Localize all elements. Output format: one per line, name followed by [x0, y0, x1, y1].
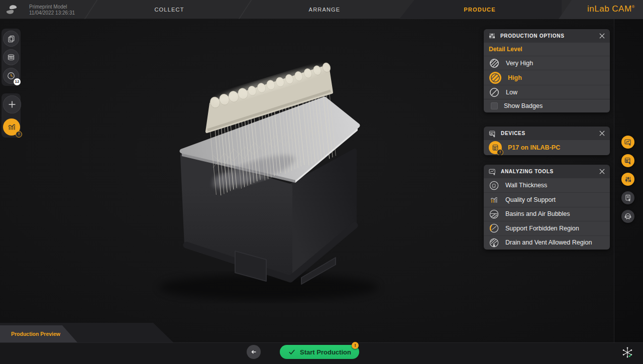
close-icon[interactable]	[598, 168, 605, 175]
check-icon	[288, 348, 296, 356]
device-alert-badge: !	[497, 149, 503, 155]
start-production-alert-badge: !	[352, 342, 359, 349]
view-3d-button[interactable]	[621, 210, 634, 223]
document-cursor-icon	[624, 194, 632, 202]
sliders-icon	[488, 32, 496, 40]
bottom-bar: Start Production !	[0, 342, 643, 364]
left-toolbar-views: 12	[2, 29, 21, 86]
show-badges-checkbox[interactable]	[491, 102, 498, 109]
production-options-body: Detail Level Very High	[484, 43, 610, 112]
close-icon[interactable]	[598, 130, 605, 137]
panel-title: ANALYZING TOOLS	[501, 169, 594, 174]
history-button[interactable]: 12	[3, 68, 19, 84]
production-options-panel: PRODUCTION OPTIONS Detail Level Very Hig…	[484, 29, 610, 112]
add-object-button[interactable]	[3, 95, 21, 113]
snowflake-icon	[621, 346, 634, 359]
printer-device-icon: !	[489, 141, 502, 154]
show-badges-row[interactable]: Show Badges	[484, 99, 610, 112]
panel-title: DEVICES	[501, 131, 594, 136]
project-info: Primeprint Model 11/04/2022 13:26:31	[29, 4, 75, 16]
history-count-badge: 12	[14, 78, 21, 85]
wall-thickness-icon	[489, 180, 499, 191]
device-row[interactable]: ! P17 on INLAB-PC	[484, 140, 610, 155]
material-cooling-button[interactable]	[621, 346, 634, 359]
analyzing-tools-panel: ANALYZING TOOLS Wall Thickness Quality	[484, 165, 610, 250]
device-label: P17 on INLAB-PC	[508, 144, 560, 151]
back-button[interactable]	[247, 345, 261, 359]
basins-air-bubbles-icon	[489, 209, 499, 219]
tool-support-forbidden-region[interactable]: Support Forbidden Region	[484, 221, 610, 235]
analyzing-tools-toggle-button[interactable]	[621, 136, 634, 149]
tool-quality-of-support[interactable]: Quality of Support	[484, 192, 610, 206]
app-root: Primeprint Model 11/04/2022 13:26:31 COL…	[0, 0, 643, 364]
support-forbidden-region-icon	[489, 223, 499, 233]
devices-body: ! P17 on INLAB-PC	[484, 140, 610, 155]
detail-option-low[interactable]: Low	[484, 85, 610, 99]
detail-high-icon	[489, 71, 502, 84]
project-datetime: 11/04/2022 13:26:31	[29, 10, 75, 16]
production-options-toggle-button[interactable]	[621, 173, 634, 186]
model-supports-icon	[9, 125, 15, 130]
analyze-monitor-icon	[624, 138, 632, 146]
production-alert-badge: !	[16, 131, 22, 138]
check-icon	[629, 354, 631, 356]
production-alert-button[interactable]: !	[3, 118, 20, 136]
device-icon	[624, 157, 632, 165]
copies-button[interactable]	[3, 31, 19, 47]
devices-header: DEVICES	[484, 127, 610, 140]
tab-collect[interactable]: COLLECT	[139, 0, 199, 19]
devices-panel: DEVICES ! P17 on INLAB-PC	[484, 127, 610, 155]
layers-button[interactable]	[3, 49, 19, 65]
production-preview-label: Production Preview	[11, 325, 60, 342]
tool-drain-vent-allowed-region[interactable]: Drain and Vent Allowed Region	[484, 235, 610, 250]
sphere-3d-icon	[624, 212, 632, 220]
detail-low-icon	[489, 87, 500, 98]
app-brand: inLab CAM®	[587, 4, 635, 14]
top-bar: Primeprint Model 11/04/2022 13:26:31 COL…	[0, 0, 643, 19]
production-options-header: PRODUCTION OPTIONS	[484, 29, 610, 43]
tool-wall-thickness[interactable]: Wall Thickness	[484, 178, 610, 192]
tab-produce[interactable]: PRODUCE	[450, 0, 510, 19]
detail-very-high-icon	[489, 58, 500, 69]
detail-option-very-high[interactable]: Very High	[484, 56, 610, 70]
panel-title: PRODUCTION OPTIONS	[500, 33, 594, 39]
tab-arrange[interactable]: ARRANGE	[294, 0, 355, 19]
start-production-button[interactable]: Start Production	[280, 345, 359, 359]
start-production-label: Start Production	[300, 348, 351, 356]
show-badges-label: Show Badges	[504, 102, 543, 109]
left-toolbar-actions: !	[2, 93, 21, 138]
detail-option-high[interactable]: High	[484, 70, 610, 85]
topbar-divider	[239, 0, 252, 19]
back-arrow-icon	[250, 348, 257, 355]
copies-icon	[9, 36, 14, 42]
floor-shadow	[159, 274, 378, 300]
layers-icon	[8, 55, 14, 60]
clock-icon	[8, 73, 15, 79]
quality-of-support-icon	[489, 195, 499, 205]
project-name: Primeprint Model	[29, 4, 75, 10]
dentsply-sirona-logo-icon	[5, 3, 18, 16]
device-icon	[488, 130, 496, 138]
close-icon[interactable]	[598, 33, 605, 40]
sliders-icon	[624, 176, 632, 183]
plus-icon	[9, 101, 16, 108]
topbar-divider	[84, 0, 98, 19]
drain-vent-allowed-region-icon	[489, 237, 499, 248]
analyzing-tools-body: Wall Thickness Quality of Support Basins…	[484, 178, 610, 250]
devices-toggle-button[interactable]	[621, 154, 634, 167]
analyzing-tools-header: ANALYZING TOOLS	[484, 165, 610, 178]
tool-basins-air-bubbles[interactable]: Basins and Air Bubbles	[484, 207, 610, 221]
job-details-button[interactable]	[621, 191, 634, 204]
detail-level-label: Detail Level	[484, 43, 610, 56]
analyze-monitor-icon	[488, 168, 496, 176]
